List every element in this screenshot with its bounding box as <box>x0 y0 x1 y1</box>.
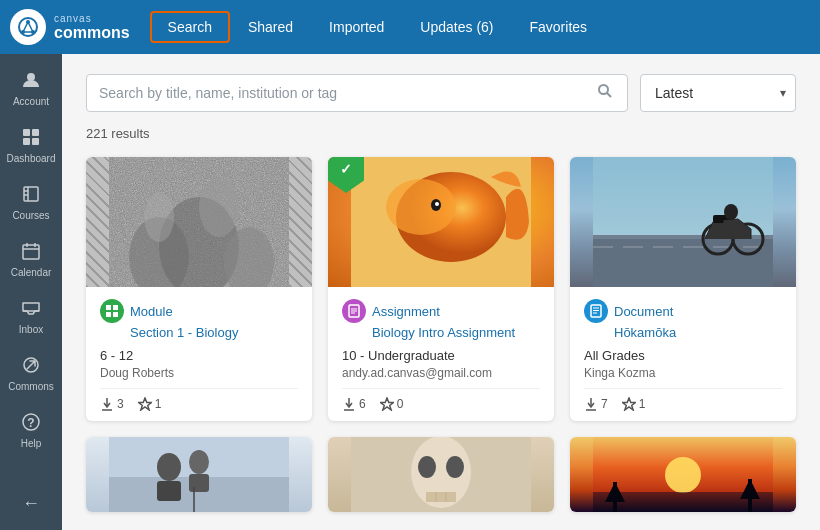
help-icon: ? <box>21 412 41 435</box>
sort-select[interactable]: Latest Most Downloads Most Favorites Old… <box>640 74 796 112</box>
card-stats-3: 7 1 <box>584 388 782 411</box>
card-document-hokamoka[interactable]: Document Hōkamōka All Grades Kinga Kozma… <box>570 157 796 421</box>
document-type-icon <box>584 299 608 323</box>
svg-rect-71 <box>157 481 181 501</box>
card-stats-2: 6 0 <box>342 388 540 411</box>
sidebar-back-button[interactable]: ← <box>0 485 62 522</box>
sidebar-item-help[interactable]: ? Help <box>0 404 62 457</box>
search-input[interactable] <box>99 85 595 101</box>
card-title-1: Section 1 - Biology <box>130 325 298 340</box>
search-button[interactable] <box>595 83 615 103</box>
coral-image <box>109 157 289 287</box>
results-count: 221 results <box>86 126 796 141</box>
logo[interactable]: canvas commons <box>10 9 130 45</box>
svg-rect-12 <box>24 187 38 201</box>
card-thumbnail-1 <box>86 157 312 287</box>
card-assignment-biology[interactable]: ✓ Assignment Biology Intro Assignment 10… <box>328 157 554 421</box>
download-icon-3 <box>584 397 598 411</box>
logo-text: canvas commons <box>54 13 130 42</box>
card-partial-6[interactable] <box>570 437 796 512</box>
svg-line-25 <box>607 93 611 97</box>
search-input-wrap <box>86 74 628 112</box>
sidebar-item-inbox[interactable]: Inbox <box>0 290 62 343</box>
canvas-logo-icon <box>17 16 39 38</box>
svg-rect-36 <box>113 312 118 317</box>
card-thumbnail-3 <box>570 157 796 287</box>
card-module-biology[interactable]: Module Section 1 - Biology 6 - 12 Doug R… <box>86 157 312 421</box>
card-favorite-stat-3: 1 <box>622 397 646 411</box>
nav-item-search[interactable]: Search <box>150 11 230 43</box>
card-partial-5[interactable] <box>328 437 554 512</box>
card-favorite-stat-2: 0 <box>380 397 404 411</box>
card-author-2: andy.ad.canvas@gmail.com <box>342 366 540 380</box>
sidebar-item-calendar[interactable]: Calendar <box>0 233 62 286</box>
card-thumbnail-5 <box>328 437 554 512</box>
card-type-row-3: Document <box>584 299 782 323</box>
header: canvas commons Search Shared Imported Up… <box>0 0 820 54</box>
card-thumbnail-2: ✓ <box>328 157 554 287</box>
svg-line-5 <box>28 22 33 32</box>
svg-rect-34 <box>113 305 118 310</box>
card-thumbnail-4 <box>86 437 312 512</box>
star-icon-3 <box>622 397 636 411</box>
sunset-image <box>593 437 773 512</box>
svg-text:?: ? <box>27 416 34 430</box>
assignment-type-icon <box>342 299 366 323</box>
sort-select-wrap: Latest Most Downloads Most Favorites Old… <box>640 74 796 112</box>
svg-rect-53 <box>593 237 773 287</box>
header-nav: Search Shared Imported Updates (6) Favor… <box>150 11 606 43</box>
svg-point-69 <box>157 453 181 481</box>
nav-item-favorites[interactable]: Favorites <box>512 11 606 43</box>
card-body-2: Assignment Biology Intro Assignment 10 -… <box>328 287 554 421</box>
svg-line-4 <box>23 22 28 32</box>
nav-item-updates[interactable]: Updates (6) <box>402 11 511 43</box>
inbox-icon <box>21 298 41 321</box>
card-download-stat-1: 3 <box>100 397 124 411</box>
card-grid: Module Section 1 - Biology 6 - 12 Doug R… <box>86 157 796 512</box>
sidebar: Account Dashboard Courses Calendar <box>0 54 62 530</box>
svg-point-76 <box>418 456 436 478</box>
logo-circle <box>10 9 46 45</box>
svg-point-70 <box>189 450 209 474</box>
card-download-stat-2: 6 <box>342 397 366 411</box>
skull-image <box>351 437 531 512</box>
sidebar-item-account[interactable]: Account <box>0 62 62 115</box>
nav-item-imported[interactable]: Imported <box>311 11 402 43</box>
card-type-row-1: Module <box>100 299 298 323</box>
sidebar-item-calendar-label: Calendar <box>11 267 52 278</box>
module-type-icon <box>100 299 124 323</box>
logo-canvas-text: canvas <box>54 13 130 24</box>
star-icon-2 <box>380 397 394 411</box>
sidebar-item-courses[interactable]: Courses <box>0 176 62 229</box>
nav-item-shared[interactable]: Shared <box>230 11 311 43</box>
commons-icon <box>21 355 41 378</box>
card-thumbnail-6 <box>570 437 796 512</box>
svg-point-32 <box>199 177 239 237</box>
svg-rect-11 <box>32 138 39 145</box>
account-icon <box>21 70 41 93</box>
card-title-3: Hōkamōka <box>614 325 782 340</box>
favorite-count-3: 1 <box>639 397 646 411</box>
card-partial-4[interactable] <box>86 437 312 512</box>
svg-rect-10 <box>23 138 30 145</box>
sidebar-item-dashboard[interactable]: Dashboard <box>0 119 62 172</box>
svg-marker-66 <box>622 398 635 410</box>
card-grade-2: 10 - Undergraduate <box>342 348 540 363</box>
logo-commons-text: commons <box>54 24 130 42</box>
svg-rect-16 <box>23 245 39 259</box>
svg-marker-39 <box>138 398 151 410</box>
main-content: Latest Most Downloads Most Favorites Old… <box>62 54 820 530</box>
download-icon-1 <box>100 397 114 411</box>
svg-point-77 <box>446 456 464 478</box>
download-count-1: 3 <box>117 397 124 411</box>
card-body-1: Module Section 1 - Biology 6 - 12 Doug R… <box>86 287 312 421</box>
back-arrow-icon: ← <box>22 493 40 514</box>
card-body-3: Document Hōkamōka All Grades Kinga Kozma… <box>570 287 796 421</box>
card-title-2: Biology Intro Assignment <box>372 325 540 340</box>
sidebar-item-commons[interactable]: Commons <box>0 347 62 400</box>
calendar-icon <box>21 241 41 264</box>
svg-point-44 <box>435 202 439 206</box>
main-layout: Account Dashboard Courses Calendar <box>0 54 820 530</box>
search-bar-row: Latest Most Downloads Most Favorites Old… <box>86 74 796 112</box>
card-author-3: Kinga Kozma <box>584 366 782 380</box>
